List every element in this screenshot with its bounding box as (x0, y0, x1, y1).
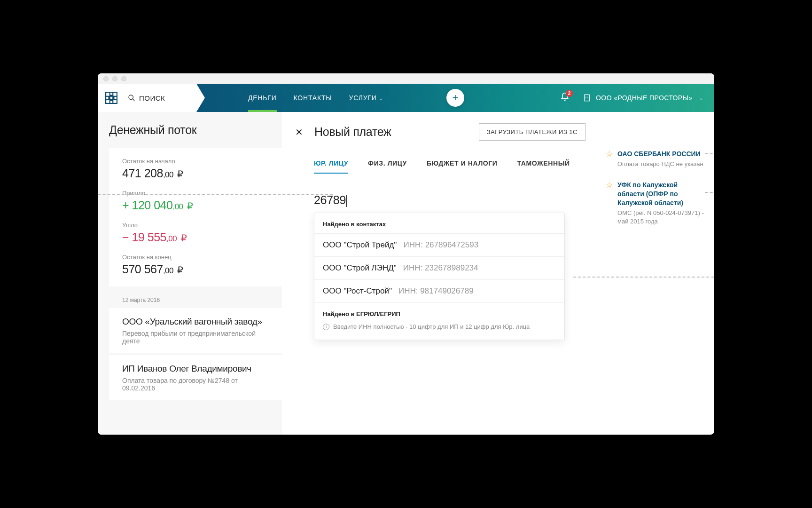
nav-contacts[interactable]: КОНТАКТЫ (294, 94, 332, 102)
plus-icon: + (453, 92, 459, 104)
feed-sidebar: Денежный поток Остаток на начало 471 208… (98, 112, 282, 435)
add-button[interactable]: + (446, 89, 464, 107)
recipient-search-input[interactable]: 26789 (314, 193, 347, 208)
svg-rect-2 (113, 93, 117, 96)
tab-customs[interactable]: ТАМОЖЕННЫЙ (517, 159, 570, 174)
svg-point-9 (129, 95, 133, 99)
favorites-sidebar: ☆ ОАО СБЕРБАНК РОССИИ Оплата товаро НДС … (597, 112, 714, 435)
svg-rect-6 (106, 100, 109, 103)
panel-header: ✕ Новый платеж ЗАГРУЗИТЬ ПЛАТЕЖИ ИЗ 1С (282, 123, 597, 141)
tab-budget[interactable]: БЮДЖЕТ И НАЛОГИ (427, 159, 498, 174)
dropdown-registry-header: Найдено в ЕГРЮЛ/ЕГРИП (323, 310, 556, 320)
tab-individual[interactable]: ФИЗ. ЛИЦУ (368, 159, 407, 174)
dropdown-hint: i Введите ИНН полностью - 10 цифтр для И… (323, 320, 556, 335)
svg-rect-1 (110, 93, 112, 95)
topbar-actions: 2 ООО «РОДНЫЕ ПРОСТОРЫ» ⌄ (560, 92, 714, 103)
svg-rect-8 (113, 100, 117, 103)
close-icon[interactable]: ✕ (295, 127, 303, 138)
company-selector[interactable]: ООО «РОДНЫЕ ПРОСТОРЫ» ⌄ (583, 94, 703, 102)
summary-income: Пришло + 120 040,00 ₽ (122, 190, 269, 212)
payment-panel: ✕ Новый платеж ЗАГРУЗИТЬ ПЛАТЕЖИ ИЗ 1С Ю… (282, 112, 597, 435)
topbar-right: ДЕНЬГИ КОНТАКТЫ УСЛУГИ⌄ + 2 ООО «РОДНЫЕ … (196, 84, 714, 112)
svg-rect-3 (106, 97, 108, 99)
traffic-light-min[interactable] (112, 76, 117, 81)
company-name: ООО «РОДНЫЕ ПРОСТОРЫ» (596, 94, 693, 102)
info-icon: i (323, 324, 329, 330)
dropdown-item[interactable]: ООО "Строй Трейд" ИНН: 267896472593 (314, 233, 564, 256)
building-icon (583, 94, 591, 102)
feed-card[interactable]: ИП Иванов Олег Владимирович Оплата товар… (109, 355, 282, 400)
traffic-light-close[interactable] (103, 76, 109, 81)
svg-rect-7 (110, 101, 112, 103)
feed-title: Денежный поток (109, 123, 282, 137)
window-titlebar (98, 73, 714, 84)
dropdown-item[interactable]: ООО "Рост-Строй" ИНН: 981749026789 (314, 279, 564, 302)
text-cursor (346, 195, 347, 207)
feed-card[interactable]: ООО «Уральский вагонный завод» Перевод п… (109, 308, 282, 353)
svg-rect-4 (110, 97, 112, 99)
search-label: ПОИСК (139, 94, 165, 102)
favorite-item[interactable]: ☆ ОАО СБЕРБАНК РОССИИ Оплата товаро НДС … (606, 150, 705, 168)
cashflow-summary: Остаток на начало 471 208,00 ₽ Пришло + … (109, 148, 282, 286)
recipient-search-wrap: 26789 (282, 174, 597, 207)
summary-expense: Ушло − 19 555,00 ₽ (122, 222, 269, 244)
svg-line-10 (133, 99, 134, 101)
feed-date: 12 марта 2016 (109, 297, 282, 308)
svg-rect-5 (115, 97, 117, 99)
panel-title: Новый платеж (314, 125, 391, 139)
topbar: ПОИСК ДЕНЬГИ КОНТАКТЫ УСЛУГИ⌄ + 2 (98, 84, 714, 112)
search-icon (128, 94, 135, 102)
notification-badge: 2 (566, 90, 573, 97)
main-nav: ДЕНЬГИ КОНТАКТЫ УСЛУГИ⌄ (248, 94, 383, 102)
chevron-down-icon: ⌄ (699, 95, 703, 101)
nav-services[interactable]: УСЛУГИ⌄ (349, 94, 383, 102)
topbar-left: ПОИСК (98, 84, 196, 112)
body: Денежный поток Остаток на начало 471 208… (98, 112, 714, 435)
main-area: ✕ Новый платеж ЗАГРУЗИТЬ ПЛАТЕЖИ ИЗ 1С Ю… (282, 112, 714, 435)
tab-legal[interactable]: ЮР. ЛИЦУ (314, 159, 348, 174)
traffic-light-max[interactable] (121, 76, 126, 81)
svg-rect-0 (106, 93, 109, 96)
autocomplete-dropdown: Найдено в контактах ООО "Строй Трейд" ИН… (314, 213, 565, 340)
search-input[interactable]: ПОИСК (128, 94, 165, 102)
star-icon: ☆ (606, 181, 613, 226)
load-from-1c-button[interactable]: ЗАГРУЗИТЬ ПЛАТЕЖИ ИЗ 1С (479, 123, 586, 141)
chevron-down-icon: ⌄ (379, 96, 383, 101)
dropdown-registry-section: Найдено в ЕГРЮЛ/ЕГРИП i Введите ИНН полн… (314, 302, 564, 340)
star-icon: ☆ (606, 150, 613, 168)
dropdown-contacts-header: Найдено в контактах (314, 213, 564, 233)
dropdown-item[interactable]: ООО "Строй ЛЭНД" ИНН: 232678989234 (314, 256, 564, 279)
svg-rect-11 (585, 95, 590, 101)
summary-start: Остаток на начало 471 208,00 ₽ (122, 158, 269, 180)
breadcrumb-arrow (196, 84, 205, 112)
notifications-button[interactable]: 2 (560, 92, 570, 103)
payment-tabs: ЮР. ЛИЦУ ФИЗ. ЛИЦУ БЮДЖЕТ И НАЛОГИ ТАМОЖ… (282, 141, 597, 174)
logo-icon[interactable] (105, 92, 117, 104)
favorite-item[interactable]: ☆ УФК по Калужской области (ОПФР по Калу… (606, 181, 705, 226)
app-window: ПОИСК ДЕНЬГИ КОНТАКТЫ УСЛУГИ⌄ + 2 (98, 73, 714, 435)
summary-end: Остаток на конец 570 567,00 ₽ (122, 254, 269, 276)
nav-money[interactable]: ДЕНЬГИ (248, 94, 277, 102)
